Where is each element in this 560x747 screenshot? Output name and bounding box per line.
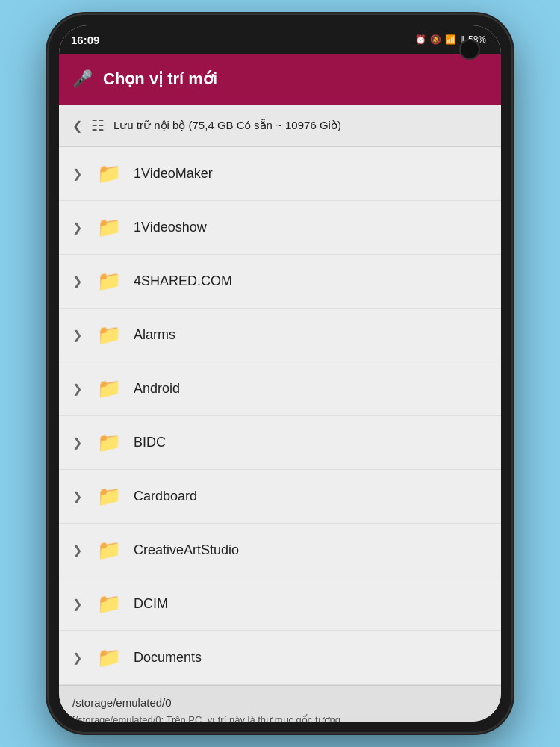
storage-description: [/storage/emulated/0: Trên PC, vị trí nà… [72,713,488,722]
folder-name: Alarms [134,327,175,343]
chevron-right-icon: ❯ [72,489,84,503]
folder-item-creativeartstudio[interactable]: ❯ 📁 CreativeArtStudio [59,524,501,577]
folder-item-dcim[interactable]: ❯ 📁 DCIM [59,577,501,631]
storage-header[interactable]: ❮ ☷ Lưu trữ nội bộ (75,4 GB Có sẵn ~ 109… [59,105,501,147]
folder-item-1videoshow[interactable]: ❯ 📁 1Videoshow [59,201,501,255]
storage-path: /storage/emulated/0 [72,696,488,709]
chevron-down-icon: ❮ [72,119,82,133]
status-time: 16:09 [71,34,99,46]
folder-icon: 📁 [97,377,121,400]
folder-icon-wrap: 📁 [96,431,122,454]
folder-item-documents[interactable]: ❯ 📁 Documents [59,631,501,685]
folder-name: 1Videoshow [134,220,207,235]
chevron-right-icon: ❯ [72,167,84,181]
chevron-right-icon: ❯ [72,274,84,288]
folder-name: Documents [134,650,202,666]
folder-icon-wrap: 📁 [96,377,122,400]
folder-name: CreativeArtStudio [134,542,239,558]
app-header: 🎤 Chọn vị trí mới [59,54,501,105]
folder-icon: 📁 [97,485,121,508]
content-area: ❮ ☷ Lưu trữ nội bộ (75,4 GB Có sẵn ~ 109… [59,105,501,722]
folder-icon-wrap: 📁 [96,592,122,616]
folder-item-android[interactable]: ❯ 📁 Android [59,362,501,416]
folder-icon: 📁 [97,162,121,185]
chevron-right-icon: ❯ [72,651,84,665]
chevron-right-icon: ❯ [72,436,84,450]
alarm-icon: ⏰ [415,34,426,45]
storage-label: Lưu trữ nội bộ (75,4 GB Có sẵn ~ 10976 G… [113,119,341,132]
folder-icon-wrap: 📁 [96,270,122,293]
folder-name: 1VideoMaker [134,166,213,182]
folder-icon: 📁 [97,323,121,347]
bottom-info: /storage/emulated/0 [/storage/emulated/0… [59,685,501,722]
folder-icon-wrap: 📁 [96,646,122,669]
folder-icon-wrap: 📁 [96,485,122,508]
status-bar: 16:09 ⏰ 🔕 📶 Ⅱ 58% [59,25,501,54]
folder-icon: 📁 [97,270,121,293]
mute-icon: 🔕 [430,34,441,45]
chevron-right-icon: ❯ [72,220,84,235]
folder-icon-wrap: 📁 [96,323,122,347]
folder-list: ❯ 📁 1VideoMaker ❯ 📁 1Videoshow [59,147,501,685]
folder-icon: 📁 [97,646,121,669]
mic-icon[interactable]: 🎤 [72,69,93,89]
chevron-right-icon: ❯ [72,543,84,557]
folder-icon: 📁 [97,431,121,454]
folder-icon-wrap: 📁 [96,162,122,185]
folder-item-bidc[interactable]: ❯ 📁 BIDC [59,416,501,470]
folder-icon: 📁 [97,539,121,562]
folder-icon: 📁 [97,592,121,616]
folder-icon-wrap: 📁 [96,539,122,562]
chevron-right-icon: ❯ [72,328,84,342]
chevron-right-icon: ❯ [72,382,84,396]
wifi-icon: 📶 [445,34,456,45]
folder-item-alarms[interactable]: ❯ 📁 Alarms [59,309,501,362]
list-icon: ☷ [91,117,105,134]
folder-name: BIDC [134,435,166,450]
folder-item-1videomaker[interactable]: ❯ 📁 1VideoMaker [59,147,501,201]
folder-name: Android [134,381,180,397]
folder-item-cardboard[interactable]: ❯ 📁 Cardboard [59,470,501,524]
phone-screen: 16:09 ⏰ 🔕 📶 Ⅱ 58% 🎤 Chọn vị trí mới [59,25,501,722]
folder-icon-wrap: 📁 [96,216,122,239]
chevron-right-icon: ❯ [72,597,84,611]
phone-frame: 16:09 ⏰ 🔕 📶 Ⅱ 58% 🎤 Chọn vị trí mới [49,15,511,732]
phone-container: 16:09 ⏰ 🔕 📶 Ⅱ 58% 🎤 Chọn vị trí mới [0,0,560,747]
folder-name: DCIM [134,596,168,612]
header-title: Chọn vị trí mới [103,69,217,89]
camera-cutout [459,39,480,60]
folder-name: Cardboard [134,489,197,504]
folder-icon: 📁 [97,216,121,239]
folder-item-4shared[interactable]: ❯ 📁 4SHARED.COM [59,255,501,309]
folder-name: 4SHARED.COM [134,273,232,289]
